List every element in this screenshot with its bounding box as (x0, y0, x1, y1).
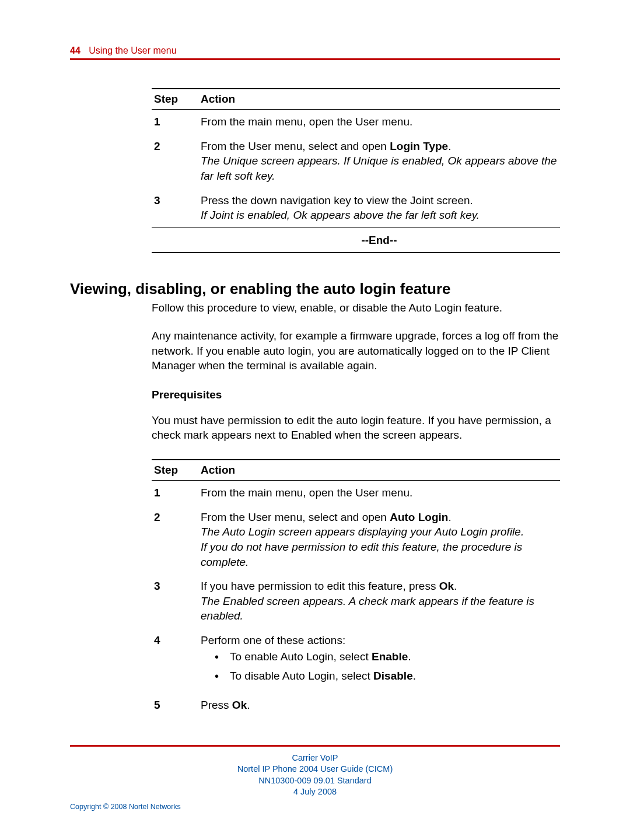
bullet-lead: To enable Auto Login, select (230, 650, 372, 663)
action-text: Perform one of these actions: (201, 634, 345, 646)
step-number: 4 (152, 628, 198, 693)
bullet-bold: Disable (373, 670, 413, 682)
action-bold: Ok (232, 699, 247, 711)
table-row: 2 From the User menu, select and open Lo… (152, 134, 560, 188)
end-marker-row: --End-- (152, 228, 560, 253)
footer-line2: Nortel IP Phone 2004 User Guide (CICM) (237, 764, 393, 774)
header-title: Using the User menu (89, 46, 176, 55)
step-number: 2 (152, 505, 198, 575)
copyright: Copyright © 2008 Nortel Networks (70, 803, 560, 811)
bullet-lead: To disable Auto Login, select (230, 670, 373, 682)
action-italic: The Enabled screen appears. A check mark… (201, 595, 534, 622)
procedure-table-1: Step Action 1 From the main menu, open t… (152, 88, 560, 253)
action-lead: From the User menu, select and open (201, 140, 390, 152)
action-bold: Auto Login (390, 511, 448, 523)
step-action: From the main menu, open the User menu. (198, 480, 560, 505)
action-italic: If you do not have permission to edit th… (201, 541, 522, 568)
bullet-bold: Enable (372, 650, 408, 663)
col-step: Step (152, 89, 198, 110)
step-number: 1 (152, 480, 198, 505)
action-tail: . (247, 699, 250, 711)
list-item: To disable Auto Login, select Disable. (215, 668, 558, 684)
action-lead: Press (201, 699, 232, 711)
action-lead: From the User menu, select and open (201, 511, 390, 523)
footer-line4: 4 July 2008 (293, 787, 337, 796)
page-footer: Carrier VoIP Nortel IP Phone 2004 User G… (70, 743, 560, 811)
step-action: Press the down navigation key to view th… (198, 188, 560, 228)
step-action: Perform one of these actions: To enable … (198, 628, 560, 693)
col-action: Action (198, 89, 560, 110)
action-text: Press the down navigation key to view th… (201, 194, 473, 206)
action-tail: . (454, 580, 457, 592)
step-number: 5 (152, 693, 198, 718)
bullet-tail: . (413, 670, 416, 682)
col-action: Action (198, 460, 560, 481)
page-header: 44 Using the User menu (70, 46, 560, 60)
table-row: 3 If you have permission to edit this fe… (152, 574, 560, 628)
step-action: From the main menu, open the User menu. (198, 110, 560, 134)
footer-text: Carrier VoIP Nortel IP Phone 2004 User G… (70, 752, 560, 798)
action-tail: . (448, 511, 451, 523)
header-rule (70, 58, 560, 60)
step-action: From the User menu, select and open Logi… (198, 134, 560, 188)
subheading-prerequisites: Prerequisites (152, 387, 560, 402)
step-number: 3 (152, 188, 198, 228)
footer-rule (70, 745, 560, 747)
paragraph: Follow this procedure to view, enable, o… (152, 300, 560, 316)
step-number: 1 (152, 110, 198, 134)
action-tail: . (448, 140, 451, 152)
table-row: 1 From the main menu, open the User menu… (152, 480, 560, 505)
action-italic: The Auto Login screen appears displaying… (201, 526, 524, 538)
action-lead: If you have permission to edit this feat… (201, 580, 439, 592)
table-row: 2 From the User menu, select and open Au… (152, 505, 560, 575)
step-action: From the User menu, select and open Auto… (198, 505, 560, 575)
paragraph: Any maintenance activity, for example a … (152, 328, 560, 373)
action-bold: Ok (439, 580, 454, 592)
footer-line3a: NN10300-009 09.01 (258, 776, 337, 785)
page-number: 44 (70, 46, 80, 55)
paragraph: You must have permission to edit the aut… (152, 413, 560, 443)
table-row: 4 Perform one of these actions: To enabl… (152, 628, 560, 693)
bullet-list: To enable Auto Login, select Enable. To … (215, 649, 558, 684)
footer-line3b: Standard (337, 776, 372, 785)
section-heading: Viewing, disabling, or enabling the auto… (70, 280, 560, 298)
procedure-table-2: Step Action 1 From the main menu, open t… (152, 459, 560, 718)
table-row: 3 Press the down navigation key to view … (152, 188, 560, 228)
step-number: 3 (152, 574, 198, 628)
step-number: 2 (152, 134, 198, 188)
table-row: 5 Press Ok. (152, 693, 560, 718)
list-item: To enable Auto Login, select Enable. (215, 649, 558, 664)
col-step: Step (152, 460, 198, 481)
step-action: Press Ok. (198, 693, 560, 718)
action-italic: The Unique screen appears. If Unique is … (201, 155, 557, 182)
footer-line1: Carrier VoIP (292, 753, 338, 762)
action-bold: Login Type (390, 140, 448, 152)
end-marker: --End-- (198, 228, 560, 253)
step-action: If you have permission to edit this feat… (198, 574, 560, 628)
table-row: 1 From the main menu, open the User menu… (152, 110, 560, 134)
action-italic: If Joint is enabled, Ok appears above th… (201, 209, 480, 221)
bullet-tail: . (408, 650, 411, 663)
